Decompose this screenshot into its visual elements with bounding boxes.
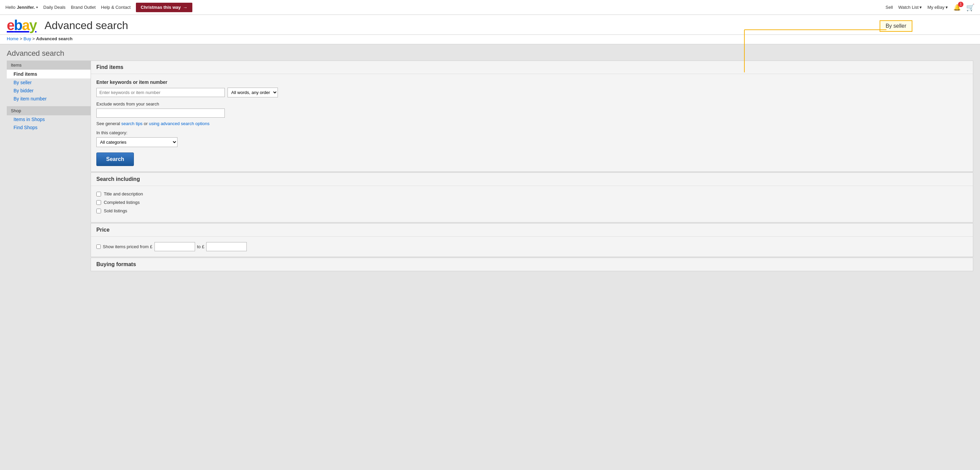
- notification-button[interactable]: 🔔 1: [953, 4, 961, 11]
- by-bidder-link[interactable]: By bidder: [14, 88, 33, 93]
- notification-badge: 1: [958, 2, 963, 7]
- find-items-header: Find items: [91, 61, 973, 74]
- user-menu-chevron: ▾: [36, 5, 38, 9]
- by-seller-annotation: By seller: [880, 20, 912, 32]
- christmas-label: Christmas this way: [141, 5, 181, 10]
- buying-formats-header: Buying formats: [91, 258, 973, 271]
- sold-listings-row: Sold listings: [96, 208, 967, 213]
- sidebar-items-section: Items: [7, 61, 91, 70]
- see-general-text: See general: [96, 121, 120, 126]
- keyword-row: All words, any order Any words Exact phr…: [96, 88, 967, 97]
- cart-icon[interactable]: 🛒: [966, 3, 975, 11]
- logo-y: y: [29, 17, 36, 33]
- sidebar-item-find-shops[interactable]: Find Shops: [7, 123, 91, 132]
- completed-listings-label: Completed listings: [104, 200, 140, 205]
- price-header: Price: [91, 223, 973, 237]
- content-panel: Find items Enter keywords or item number…: [91, 61, 973, 272]
- sidebar: Items Find items By seller By bidder By …: [7, 61, 91, 132]
- myebay-button[interactable]: My eBay ▾: [927, 5, 948, 10]
- by-item-number-link[interactable]: By item number: [14, 96, 47, 102]
- logo-a: a: [22, 17, 29, 33]
- find-items-section: Find items Enter keywords or item number…: [91, 61, 973, 172]
- or-text: or: [144, 121, 148, 126]
- breadcrumb: Home > Buy > Advanced search: [0, 35, 980, 44]
- by-seller-callout-label: By seller: [886, 23, 906, 29]
- sold-listings-checkbox[interactable]: [96, 209, 101, 213]
- search-tips-link[interactable]: search tips: [121, 121, 143, 126]
- price-from-label: Show items priced from £: [103, 244, 153, 249]
- top-navigation: Hello Jennifer.▾ Daily Deals Brand Outle…: [0, 0, 980, 15]
- title-desc-label: Title and description: [104, 191, 143, 196]
- search-including-header: Search including: [91, 173, 973, 186]
- top-nav-right: Sell Watch List ▾ My eBay ▾ 🔔 1 🛒: [886, 3, 975, 11]
- breadcrumb-sep1: >: [20, 36, 22, 41]
- breadcrumb-home[interactable]: Home: [7, 36, 19, 41]
- sub-heading: Advanced search: [0, 44, 980, 61]
- keyword-input[interactable]: [96, 88, 225, 97]
- by-seller-callout-box: By seller: [880, 20, 912, 32]
- brand-outlet-link[interactable]: Brand Outlet: [71, 5, 95, 10]
- search-including-section: Search including Title and description C…: [91, 172, 973, 223]
- daily-deals-link[interactable]: Daily Deals: [43, 5, 65, 10]
- category-label: In this category:: [96, 130, 967, 135]
- price-section: Price Show items priced from £ to £: [91, 223, 973, 257]
- category-select[interactable]: All categories Antiques Art Baby Books B…: [96, 137, 178, 147]
- christmas-button[interactable]: Christmas this way →: [136, 3, 192, 12]
- by-seller-link[interactable]: By seller: [14, 80, 32, 85]
- find-shops-link[interactable]: Find Shops: [14, 125, 38, 130]
- find-items-body: Enter keywords or item number All words,…: [91, 74, 973, 171]
- logo-b: b: [14, 17, 22, 33]
- sidebar-shop-list: Items in Shops Find Shops: [7, 115, 91, 132]
- ebay-logo-text: ebay: [7, 18, 37, 32]
- sidebar-item-by-item-number[interactable]: By item number: [7, 95, 91, 103]
- myebay-label: My eBay: [927, 5, 945, 10]
- watchlist-chevron: ▾: [920, 5, 922, 10]
- username: Jennifer.: [17, 5, 35, 10]
- keywords-label: Enter keywords or item number: [96, 80, 967, 85]
- sidebar-gap: [7, 103, 91, 106]
- price-body: Show items priced from £ to £: [91, 237, 973, 257]
- price-to-label: to £: [197, 244, 205, 249]
- price-row: Show items priced from £ to £: [96, 242, 967, 251]
- sidebar-items-list: Find items By seller By bidder By item n…: [7, 70, 91, 103]
- sidebar-item-by-seller[interactable]: By seller: [7, 78, 91, 86]
- sidebar-item-by-bidder[interactable]: By bidder: [7, 86, 91, 95]
- watchlist-button[interactable]: Watch List ▾: [898, 5, 922, 10]
- title-desc-row: Title and description: [96, 191, 967, 196]
- sell-link[interactable]: Sell: [886, 5, 893, 10]
- exclude-label: Exclude words from your search: [96, 102, 967, 107]
- christmas-arrow-icon: →: [183, 5, 188, 10]
- items-in-shops-link[interactable]: Items in Shops: [14, 117, 45, 122]
- myebay-chevron: ▾: [945, 5, 948, 10]
- ebay-logo[interactable]: ebay: [7, 18, 37, 32]
- page-title: Advanced search: [45, 19, 128, 32]
- title-desc-checkbox[interactable]: [96, 192, 101, 196]
- completed-listings-checkbox[interactable]: [96, 200, 101, 205]
- advanced-options-link[interactable]: using advanced search options: [149, 121, 209, 126]
- logo-e: e: [7, 17, 14, 33]
- user-greeting[interactable]: Hello Jennifer.▾: [5, 5, 38, 10]
- main-layout: Items Find items By seller By bidder By …: [0, 61, 980, 279]
- help-contact-link[interactable]: Help & Contact: [101, 5, 130, 10]
- sidebar-shop-section: Shop: [7, 106, 91, 115]
- top-nav-left: Hello Jennifer.▾ Daily Deals Brand Outle…: [5, 3, 192, 12]
- sold-listings-label: Sold listings: [104, 208, 127, 213]
- breadcrumb-current: Advanced search: [36, 36, 73, 41]
- find-items-label: Find items: [14, 71, 37, 77]
- sidebar-item-find-items[interactable]: Find items: [7, 70, 91, 78]
- exclude-input[interactable]: [96, 108, 225, 118]
- price-from-input[interactable]: [154, 242, 195, 251]
- price-to-input[interactable]: [206, 242, 247, 251]
- breadcrumb-sep2: >: [32, 36, 35, 41]
- breadcrumb-buy[interactable]: Buy: [24, 36, 31, 41]
- page-header: ebay Advanced search By seller: [0, 15, 980, 35]
- completed-listings-row: Completed listings: [96, 200, 967, 205]
- search-tips-line: See general search tips or using advance…: [96, 121, 967, 126]
- search-button[interactable]: Search: [96, 153, 134, 166]
- word-order-select[interactable]: All words, any order Any words Exact phr…: [228, 88, 278, 97]
- watchlist-label: Watch List: [898, 5, 918, 10]
- search-including-body: Title and description Completed listings…: [91, 186, 973, 222]
- price-range-checkbox[interactable]: [96, 244, 101, 249]
- buying-formats-section: Buying formats: [91, 258, 973, 271]
- sidebar-item-items-in-shops[interactable]: Items in Shops: [7, 115, 91, 123]
